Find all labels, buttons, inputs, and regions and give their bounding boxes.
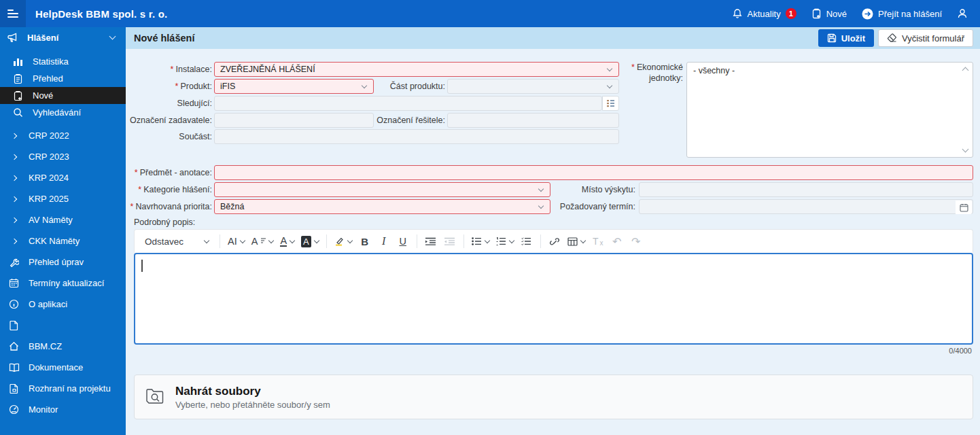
font-family-button[interactable]: AI xyxy=(225,232,247,250)
nove-topbar-button[interactable]: Nové xyxy=(811,8,847,19)
sidebar-group-label: KRP 2025 xyxy=(29,194,69,204)
sidebar-item-prehled-uprav[interactable]: Přehled úprav xyxy=(0,251,126,273)
font-size-icon: A xyxy=(251,236,258,247)
sidebar-group-ckk-namety[interactable]: CKK Náměty xyxy=(0,230,126,251)
sidebar-item-terminy-aktualizaci[interactable]: Termíny aktualizací xyxy=(0,273,126,294)
sidebar-item-vyhledavani[interactable]: Vyhledávání xyxy=(0,104,126,121)
cast-produktu-select[interactable] xyxy=(447,79,619,94)
scroll-up-icon[interactable] xyxy=(962,67,969,74)
sidebar-item-label: Monitor xyxy=(29,404,58,415)
instalace-label: *Instalace: xyxy=(126,62,212,77)
indent-button[interactable] xyxy=(422,232,440,250)
sledujici-input[interactable] xyxy=(214,96,602,111)
sidebar-group-krp-2024[interactable]: KRP 2024 xyxy=(0,167,126,188)
save-button[interactable]: Uložit xyxy=(818,29,874,47)
page-header: Nové hlášení Uložit Vyčist xyxy=(126,27,980,49)
sledujici-label: Sledující: xyxy=(126,96,212,111)
produkt-select[interactable]: iFIS xyxy=(214,79,374,94)
sidebar-item-nove[interactable]: Nové xyxy=(0,87,126,104)
kategorie-hlaseni-select[interactable] xyxy=(214,182,550,197)
required-marker: * xyxy=(175,82,179,91)
paragraph-style-dropdown[interactable]: Odstavec xyxy=(139,232,215,250)
sidebar-group-krp-2025[interactable]: KRP 2025 xyxy=(0,188,126,209)
sidebar-item-dokumentace[interactable]: Dokumentace xyxy=(0,357,126,378)
predmet-anotace-input[interactable] xyxy=(214,165,973,180)
sidebar-section-hlaseni[interactable]: Hlášení xyxy=(0,27,126,48)
soucast-label: Součást: xyxy=(126,129,212,144)
sidebar-item-prehled[interactable]: Přehled xyxy=(0,70,126,87)
oznaceni-zadavatele-label: Označení zadavatele: xyxy=(126,113,212,128)
navrhovana-priorita-select[interactable]: Běžná xyxy=(214,199,550,214)
clear-formatting-button[interactable]: Tx xyxy=(589,232,607,250)
aktuality-badge: 1 xyxy=(786,8,797,19)
highlighter-icon xyxy=(334,237,345,246)
search-icon xyxy=(12,107,24,118)
toolbar-separator xyxy=(417,234,417,248)
sledujici-picker-button[interactable] xyxy=(602,96,619,111)
background-color-button[interactable]: A xyxy=(298,232,321,250)
aktuality-button[interactable]: Aktuality 1 xyxy=(732,8,797,19)
italic-button[interactable]: I xyxy=(375,232,393,250)
kategorie-hlaseni-label: *Kategorie hlášení: xyxy=(126,182,212,197)
toolbar-separator xyxy=(326,234,327,248)
underline-button[interactable]: U xyxy=(394,232,412,250)
clear-formatting-icon-sub: x xyxy=(600,239,603,247)
oznaceni-zadavatele-input[interactable] xyxy=(214,113,374,128)
font-size-button[interactable]: A xyxy=(249,232,277,250)
bullet-list-button[interactable] xyxy=(469,232,492,250)
home-icon xyxy=(8,341,20,352)
sidebar-item-rozhrani-na-projektu[interactable]: Rozhraní na projektu xyxy=(0,378,126,399)
sidebar-group-av-namety[interactable]: AV Náměty xyxy=(0,209,126,230)
page-title: Nové hlášení xyxy=(134,33,194,44)
ekonomicke-jednotky-listbox[interactable]: - všechny - xyxy=(686,62,973,158)
checklist-button[interactable] xyxy=(518,232,536,250)
sidebar-item-monitor[interactable]: Monitor xyxy=(0,399,126,420)
date-picker-button[interactable] xyxy=(956,201,972,214)
link-icon xyxy=(549,237,559,247)
oznaceni-resitele-input[interactable] xyxy=(447,113,619,128)
insert-table-button[interactable] xyxy=(565,232,588,250)
people-list-icon xyxy=(606,99,615,107)
misto-vyskytu-input[interactable] xyxy=(639,182,973,197)
numbered-list-button[interactable] xyxy=(493,232,517,250)
outdent-button[interactable] xyxy=(441,232,459,250)
outdent-icon xyxy=(444,237,455,246)
sidebar-group-label: CKK Náměty xyxy=(29,236,80,246)
gauge-icon xyxy=(8,404,20,415)
sidebar-group-crp-2022[interactable]: CRP 2022 xyxy=(0,125,126,146)
save-button-label: Uložit xyxy=(841,33,865,44)
undo-button[interactable]: ↶ xyxy=(608,232,626,250)
sidebar-item-label: Přehled xyxy=(33,73,63,84)
upload-subtitle: Vyberte, nebo přetáhněte soubor/y sem xyxy=(175,400,330,410)
chevron-down-icon xyxy=(313,237,319,243)
pozadovany-termin-input[interactable] xyxy=(639,199,973,214)
scroll-down-icon[interactable] xyxy=(962,146,969,153)
sidebar-item-o-aplikaci[interactable]: O aplikaci xyxy=(0,294,126,315)
text-cursor xyxy=(141,260,143,272)
misto-vyskytu-label: Místo výskytu: xyxy=(547,182,635,197)
redo-button[interactable]: ↷ xyxy=(627,232,645,250)
sidebar-item-label: Statistika xyxy=(33,56,69,67)
arrow-circle-icon xyxy=(862,8,873,20)
sidebar-group-crp-2023[interactable]: CRP 2023 xyxy=(0,146,126,167)
prejit-na-hlaseni-button[interactable]: Přejít na hlášení xyxy=(862,8,942,20)
aktuality-label: Aktuality xyxy=(748,9,781,19)
megaphone-icon xyxy=(7,32,18,44)
indent-icon xyxy=(425,237,436,246)
clear-form-button[interactable]: Vyčistit formulář xyxy=(878,29,973,47)
soucast-input[interactable] xyxy=(214,129,619,144)
text-color-button[interactable]: A xyxy=(277,232,297,250)
rich-text-editor-area[interactable] xyxy=(134,253,973,345)
hamburger-menu-icon[interactable] xyxy=(0,0,26,27)
sidebar-item-statistika[interactable]: Statistika xyxy=(0,53,126,70)
sidebar-item-blank[interactable] xyxy=(0,315,126,336)
highlight-button[interactable] xyxy=(332,232,355,250)
table-icon xyxy=(567,237,578,246)
user-menu-button[interactable] xyxy=(957,8,968,19)
insert-link-button[interactable] xyxy=(546,232,563,250)
file-upload-dropzone[interactable]: Nahrát soubory Vyberte, nebo přetáhněte … xyxy=(134,375,973,419)
sidebar-item-bbm-cz[interactable]: BBM.CZ xyxy=(0,336,126,357)
instalace-select[interactable]: ZVEŘEJNĚNÁ HLÁŠENÍ xyxy=(214,62,619,77)
bold-button[interactable]: B xyxy=(356,232,374,250)
calendar-icon xyxy=(960,203,968,212)
